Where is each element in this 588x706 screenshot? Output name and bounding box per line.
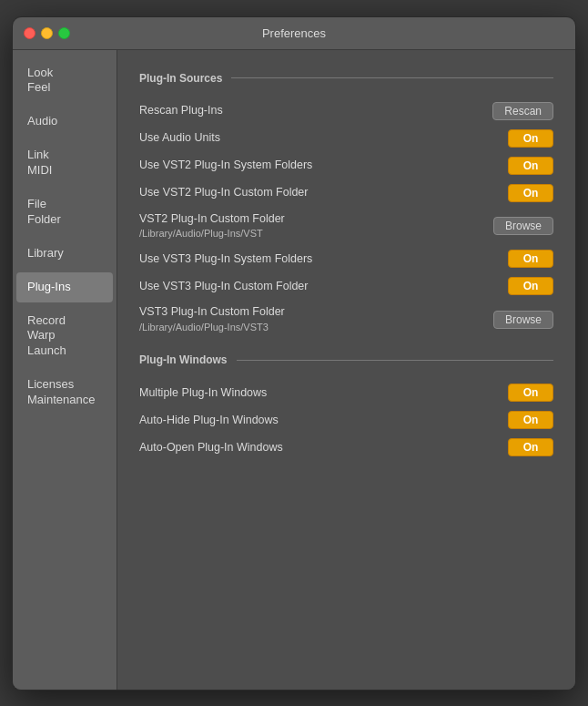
use-vst3-system-label: Use VST3 Plug-In System Folders [139,251,312,268]
row-use-audio-units: Use Audio Units On [139,125,553,152]
row-auto-open: Auto-Open Plug-In Windows On [139,434,553,461]
row-use-vst3-custom: Use VST3 Plug-In Custom Folder On [139,272,553,300]
sidebar-item-link-midi[interactable]: LinkMIDI [16,140,113,186]
plug-in-windows-divider [237,360,553,361]
use-vst2-system-label: Use VST2 Plug-In System Folders [139,158,312,174]
content-area: LookFeel Audio LinkMIDI FileFolder Libra… [13,50,575,690]
use-vst3-system-toggle[interactable]: On [508,250,553,268]
sidebar: LookFeel Audio LinkMIDI FileFolder Libra… [13,50,117,690]
sidebar-item-look-feel[interactable]: LookFeel [16,58,113,104]
multiple-windows-label: Multiple Plug-In Windows [139,385,267,402]
row-vst3-folder: VST3 Plug-In Custom Folder /Library/Audi… [139,300,553,339]
maximize-button[interactable] [58,27,70,39]
row-use-vst2-custom: Use VST2 Plug-In Custom Folder On [139,179,553,207]
plug-in-sources-divider [231,77,553,78]
row-vst2-folder: VST2 Plug-In Custom Folder /Library/Audi… [139,207,553,246]
sidebar-item-file-folder[interactable]: FileFolder [16,189,113,235]
vst3-browse-button[interactable]: Browse [493,311,553,329]
vst2-browse-button[interactable]: Browse [493,217,553,235]
minimize-button[interactable] [41,27,53,39]
row-multiple-windows: Multiple Plug-In Windows On [139,379,553,406]
multiple-windows-toggle[interactable]: On [508,384,553,402]
auto-hide-label: Auto-Hide Plug-In Windows [139,413,279,429]
plug-in-sources-header: Plug-In Sources [139,72,553,85]
row-use-vst3-system: Use VST3 Plug-In System Folders On [139,245,553,272]
preferences-window: Preferences LookFeel Audio LinkMIDI File… [12,16,576,691]
vst2-folder-label: VST2 Plug-In Custom Folder /Library/Audi… [139,211,285,241]
use-vst2-custom-label: Use VST2 Plug-In Custom Folder [139,185,309,201]
use-audio-units-label: Use Audio Units [139,130,220,147]
use-audio-units-toggle[interactable]: On [508,129,553,148]
main-content: Plug-In Sources Rescan Plug-Ins Rescan U… [117,50,575,690]
close-button[interactable] [24,27,35,39]
sidebar-item-plug-ins[interactable]: Plug-Ins [16,272,113,302]
vst3-folder-label: VST3 Plug-In Custom Folder /Library/Audi… [139,304,285,334]
use-vst2-system-toggle[interactable]: On [508,157,553,175]
use-vst3-custom-toggle[interactable]: On [508,277,553,295]
auto-hide-toggle[interactable]: On [508,411,553,429]
sidebar-item-library[interactable]: Library [16,239,113,269]
sidebar-item-licenses-maintenance[interactable]: LicensesMaintenance [16,370,113,415]
rescan-button[interactable]: Rescan [492,102,553,120]
sidebar-item-audio[interactable]: Audio [16,107,113,137]
row-rescan: Rescan Plug-Ins Rescan [139,97,553,125]
plug-in-windows-title: Plug-In Windows [139,353,228,366]
auto-open-label: Auto-Open Plug-In Windows [139,440,283,456]
row-auto-hide: Auto-Hide Plug-In Windows On [139,406,553,434]
use-vst3-custom-label: Use VST3 Plug-In Custom Folder [139,279,309,295]
traffic-lights [24,27,70,39]
row-use-vst2-system: Use VST2 Plug-In System Folders On [139,152,553,179]
plug-in-windows-header: Plug-In Windows [139,353,553,366]
plug-in-sources-title: Plug-In Sources [139,72,222,85]
sidebar-item-record-warp-launch[interactable]: RecordWarpLaunch [16,306,113,367]
auto-open-toggle[interactable]: On [508,438,553,456]
rescan-label: Rescan Plug-Ins [139,103,223,119]
title-bar: Preferences [13,17,575,50]
use-vst2-custom-toggle[interactable]: On [508,184,553,202]
window-title: Preferences [262,26,326,40]
